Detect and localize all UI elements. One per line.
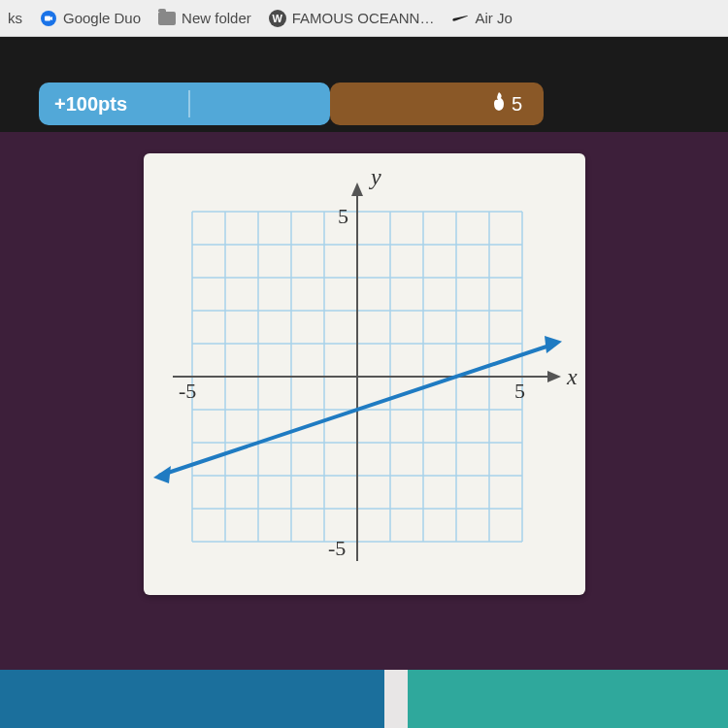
- points-label: +100pts: [54, 93, 127, 116]
- bookmark-label: Air Jo: [475, 10, 512, 26]
- bottom-panels: [0, 670, 728, 728]
- x-tick-neg: -5: [179, 379, 196, 403]
- coordinate-graph: y x 5 -5 -5 5: [144, 153, 585, 595]
- dark-bar: [0, 37, 728, 76]
- flame-icon: [490, 91, 508, 117]
- y-tick-pos: 5: [338, 204, 348, 228]
- panel-teal[interactable]: [408, 670, 728, 728]
- x-axis-label: x: [566, 364, 578, 389]
- divider: [188, 90, 190, 117]
- bookmark-google-duo[interactable]: Google Duo: [40, 10, 141, 27]
- streak-pill[interactable]: 5: [330, 83, 544, 125]
- bookmark-truncated: ks: [8, 10, 22, 26]
- graph-card: y x 5 -5 -5 5: [144, 153, 585, 595]
- svg-marker-26: [545, 336, 562, 353]
- folder-icon: [158, 10, 176, 27]
- y-tick-neg: -5: [328, 536, 346, 560]
- nike-swoosh-icon: [451, 10, 469, 27]
- bookmark-label: FAMOUS OCEANN…: [292, 10, 435, 26]
- streak-value: 5: [512, 93, 522, 116]
- bookmark-famous-oceann[interactable]: W FAMOUS OCEANN…: [269, 10, 435, 27]
- y-axis-label: y: [369, 164, 381, 189]
- bookmarks-bar: ks Google Duo New folder W FAMOUS OCEANN…: [0, 0, 728, 37]
- svg-marker-23: [351, 182, 363, 196]
- google-duo-icon: [40, 10, 57, 27]
- bookmark-air-jo[interactable]: Air Jo: [451, 10, 512, 27]
- svg-marker-25: [153, 466, 171, 483]
- content-area: y x 5 -5 -5 5: [0, 132, 728, 670]
- svg-marker-24: [547, 371, 561, 382]
- score-bar: +100pts 5: [0, 76, 728, 132]
- bookmark-label: New folder: [182, 10, 251, 26]
- x-tick-pos: 5: [514, 379, 525, 403]
- panel-blue[interactable]: [0, 670, 384, 728]
- bookmark-label: Google Duo: [63, 10, 141, 26]
- bookmark-new-folder[interactable]: New folder: [158, 10, 251, 27]
- w-icon: W: [269, 10, 286, 27]
- points-pill[interactable]: +100pts: [39, 83, 330, 125]
